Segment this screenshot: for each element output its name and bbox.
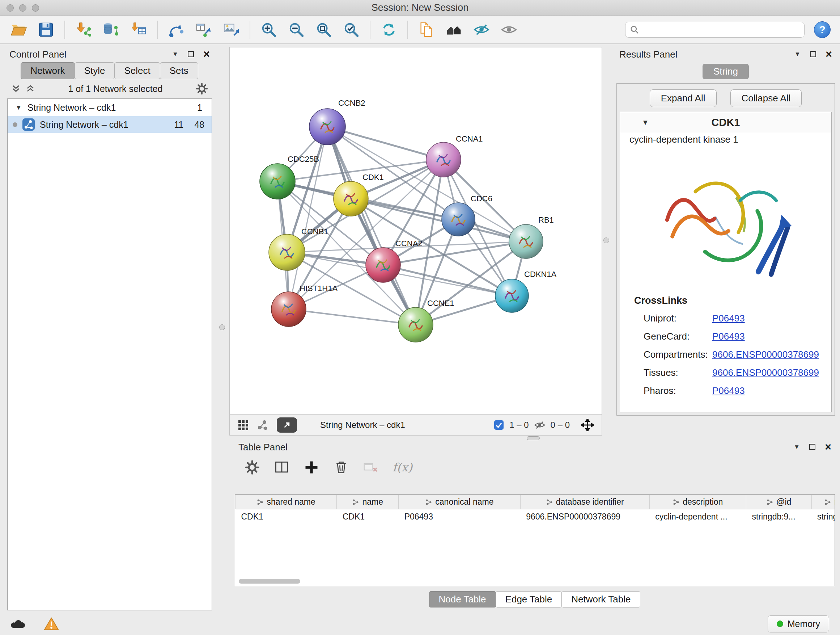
float-panel-icon[interactable] <box>809 444 815 450</box>
warning-icon[interactable] <box>43 616 59 631</box>
column-header-description[interactable]: description <box>649 495 746 509</box>
crosslink-link[interactable]: P06493 <box>712 313 745 324</box>
network-view[interactable]: CCNB2CCNA1CDC25BCDK1CDC6RB1CCNB1CCNA2CDK… <box>229 47 602 435</box>
collapse-all-button[interactable]: Collapse All <box>730 89 802 107</box>
gear-icon[interactable] <box>195 82 208 95</box>
expand-all-icon[interactable] <box>25 84 35 94</box>
network-overview-icon[interactable] <box>257 420 268 431</box>
export-network-button[interactable] <box>277 417 297 432</box>
hidden-eye-slash-icon[interactable] <box>534 419 546 431</box>
collection-expand-icon[interactable]: ▼ <box>16 105 22 111</box>
hide-selected-eye-slash-button[interactable] <box>472 21 491 39</box>
network-edge-CCNB2-CCNE1[interactable] <box>327 127 416 325</box>
crosslink-link[interactable]: 9606.ENSP00000378699 <box>712 349 819 360</box>
birdseye-grid-icon[interactable] <box>238 420 248 431</box>
close-window-button[interactable] <box>6 4 14 11</box>
tab-sets[interactable]: Sets <box>160 62 198 79</box>
table-cell[interactable]: cyclin-dependent ... <box>649 509 746 524</box>
help-button[interactable]: ? <box>814 21 831 38</box>
apply-layout-button[interactable] <box>380 21 398 39</box>
show-all-eye-button[interactable] <box>500 21 518 39</box>
column-header-name[interactable]: name <box>337 495 399 509</box>
status-bar: Memory <box>0 613 840 635</box>
memory-button[interactable]: Memory <box>767 616 829 632</box>
column-header-shared-name[interactable]: shared name <box>235 495 337 509</box>
crosslink-link[interactable]: 9606.ENSP00000378699 <box>712 367 819 378</box>
import-table-button[interactable] <box>129 21 148 39</box>
add-column-plus-icon[interactable] <box>303 459 319 475</box>
home-button[interactable] <box>445 21 463 39</box>
network-row-selected[interactable]: String Network – cdk1 11 48 <box>8 116 212 133</box>
horizontal-scrollbar[interactable] <box>239 579 300 584</box>
open-session-button[interactable] <box>9 21 27 39</box>
gene-section-header[interactable]: ▼ CDK1 <box>620 112 831 133</box>
network-canvas[interactable]: CCNB2CCNA1CDC25BCDK1CDC6RB1CCNB1CCNA2CDK… <box>230 48 602 415</box>
zoom-fit-button[interactable] <box>315 21 333 39</box>
column-header-namespace[interactable]: namespace <box>812 495 835 509</box>
table-settings-gear-icon[interactable] <box>244 459 260 475</box>
pan-crosshair-icon[interactable] <box>581 419 594 431</box>
table-cell[interactable]: stringdb <box>812 509 835 524</box>
network-edge-CCNA2-CDKN1A[interactable] <box>383 265 512 296</box>
table-row[interactable]: CDK1CDK1P064939606.ENSP00000378699cyclin… <box>235 509 835 524</box>
panel-menu-icon[interactable]: ▼ <box>794 444 800 450</box>
panel-resize-handle[interactable] <box>527 436 540 440</box>
table-cell[interactable]: CDK1 <box>235 509 337 524</box>
tab-select[interactable]: Select <box>114 62 160 79</box>
table-cell[interactable]: CDK1 <box>337 509 399 524</box>
import-network-from-database-button[interactable] <box>102 21 120 39</box>
network-edge-HIST1H1A-CCNE1[interactable] <box>289 309 416 325</box>
import-network-from-file-button[interactable] <box>74 21 93 39</box>
export-image-button[interactable] <box>222 21 240 39</box>
column-header-database-identifier[interactable]: database identifier <box>520 495 649 509</box>
search-icon <box>630 25 639 35</box>
collapse-all-icon[interactable] <box>11 84 21 94</box>
tab-network-table[interactable]: Network Table <box>561 591 640 608</box>
tab-network[interactable]: Network <box>21 62 74 79</box>
panel-menu-icon[interactable]: ▼ <box>794 51 801 57</box>
zoom-selected-button[interactable] <box>342 21 360 39</box>
panel-resize-handle[interactable] <box>603 238 609 243</box>
tab-edge-table[interactable]: Edge Table <box>496 591 562 608</box>
panel-resize-handle[interactable] <box>219 325 225 330</box>
network-edge-CCNB2-HIST1H1A[interactable] <box>289 127 327 309</box>
panel-menu-icon[interactable]: ▼ <box>172 51 178 57</box>
show-columns-icon[interactable] <box>274 459 290 475</box>
zoom-window-button[interactable] <box>32 4 39 11</box>
expand-all-button[interactable]: Expand All <box>650 89 717 107</box>
string-network-icon <box>22 119 35 131</box>
table-cell[interactable]: P06493 <box>399 509 520 524</box>
crosslink-link[interactable]: P06493 <box>712 331 745 342</box>
float-panel-icon[interactable] <box>188 51 194 57</box>
selected-checkbox-icon[interactable] <box>493 420 504 431</box>
tab-string[interactable]: String <box>703 64 749 79</box>
function-builder-icon[interactable]: f(x) <box>393 461 412 474</box>
network-collection-row[interactable]: ▼ String Network – cdk1 1 <box>8 99 212 116</box>
tab-style[interactable]: Style <box>74 62 115 79</box>
zoom-out-button[interactable] <box>287 21 305 39</box>
delete-column-trash-icon[interactable] <box>333 459 349 475</box>
new-network-button[interactable] <box>167 21 185 39</box>
table-cell[interactable]: 9606.ENSP00000378699 <box>520 509 649 524</box>
search-field[interactable] <box>625 22 805 38</box>
collapse-section-icon[interactable]: ▼ <box>642 119 649 126</box>
search-input[interactable] <box>642 25 800 35</box>
minimize-window-button[interactable] <box>19 4 27 11</box>
table-cell[interactable]: stringdb:9... <box>746 509 812 524</box>
duplicate-document-button[interactable] <box>417 21 436 39</box>
close-panel-icon[interactable]: × <box>203 50 210 59</box>
tab-node-table[interactable]: Node Table <box>429 591 496 608</box>
title-bar: Session: New Session <box>0 0 840 16</box>
zoom-in-button[interactable] <box>260 21 278 39</box>
close-panel-icon[interactable]: × <box>826 50 832 59</box>
table-header-row: shared namenamecanonical namedatabase id… <box>235 495 835 509</box>
float-panel-icon[interactable] <box>810 51 816 57</box>
save-session-button[interactable] <box>37 21 55 39</box>
new-network-from-table-button[interactable] <box>195 21 213 39</box>
close-panel-icon[interactable]: × <box>825 443 831 452</box>
cloud-icon[interactable] <box>11 617 27 630</box>
crosslink-link[interactable]: P06493 <box>712 385 745 396</box>
node-table[interactable]: shared namenamecanonical namedatabase id… <box>235 494 835 586</box>
column-header--id[interactable]: @id <box>746 495 812 509</box>
column-header-canonical-name[interactable]: canonical name <box>399 495 520 509</box>
